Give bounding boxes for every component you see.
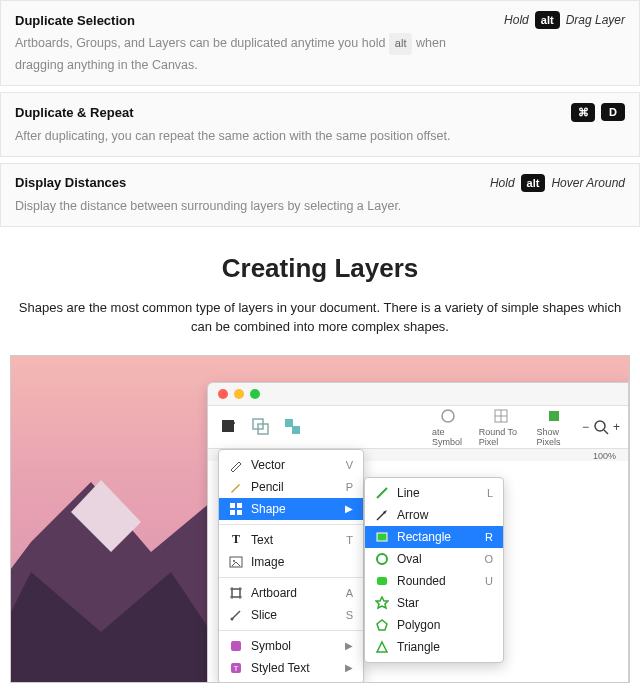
image-icon: [229, 555, 243, 569]
group-tool-button[interactable]: [248, 416, 274, 438]
section-desc: Shapes are the most common type of layer…: [0, 298, 640, 355]
menu-shortcut: R: [485, 531, 493, 543]
submenu-item-polygon[interactable]: Polygon: [365, 614, 503, 636]
chevron-right-icon: ▶: [345, 503, 353, 514]
menu-shortcut: V: [346, 459, 353, 471]
rectangle-icon: [375, 530, 389, 544]
triangle-icon: [375, 640, 389, 654]
shape-submenu: Line L Arrow Rectangle R Oval O Rounded …: [364, 477, 504, 663]
menu-label: Star: [397, 596, 493, 610]
pixel-icon: [545, 407, 563, 425]
minimize-traffic-light-icon[interactable]: [234, 389, 244, 399]
line-icon: [375, 486, 389, 500]
menu-label: Oval: [397, 552, 476, 566]
magnifier-icon: [593, 419, 609, 435]
submenu-item-rectangle[interactable]: Rectangle R: [365, 526, 503, 548]
shortcut-post: Drag Layer: [566, 13, 625, 27]
menu-label: Pencil: [251, 480, 338, 494]
styled-text-icon: T: [229, 661, 243, 675]
group-icon: [252, 418, 270, 436]
svg-point-34: [377, 554, 387, 564]
menu-shortcut: T: [346, 534, 353, 546]
menu-separator: [219, 630, 363, 631]
menu-label: Line: [397, 486, 479, 500]
menu-label: Styled Text: [251, 661, 337, 675]
menu-label: Slice: [251, 608, 338, 622]
alt-key-inline: alt: [389, 33, 413, 55]
svg-rect-18: [237, 510, 242, 515]
svg-point-8: [442, 410, 454, 422]
svg-rect-16: [237, 503, 242, 508]
tip-desc: Artboards, Groups, and Layers can be dup…: [15, 33, 475, 75]
svg-rect-15: [230, 503, 235, 508]
svg-rect-17: [230, 510, 235, 515]
tip-duplicate-selection: Duplicate Selection Hold alt Drag Layer …: [0, 0, 640, 86]
close-traffic-light-icon[interactable]: [218, 389, 228, 399]
show-pixels-button[interactable]: Show Pixels: [532, 405, 576, 449]
svg-rect-6: [285, 419, 293, 427]
svg-line-30: [377, 488, 387, 498]
zoom-control[interactable]: − +: [582, 419, 620, 435]
submenu-item-oval[interactable]: Oval O: [365, 548, 503, 570]
zoom-in-icon[interactable]: +: [613, 420, 620, 434]
shortcut-post: Hover Around: [551, 176, 625, 190]
star-icon: [375, 596, 389, 610]
menu-shortcut: A: [346, 587, 353, 599]
menu-item-artboard[interactable]: Artboard A: [219, 582, 363, 604]
square-add-icon: [220, 418, 238, 436]
chevron-right-icon: ▶: [345, 662, 353, 673]
menu-item-text[interactable]: T Text T: [219, 529, 363, 551]
svg-line-14: [604, 430, 608, 434]
submenu-item-line[interactable]: Line L: [365, 482, 503, 504]
arrow-icon: [375, 508, 389, 522]
menu-label: Symbol: [251, 639, 337, 653]
ungroup-icon: [284, 418, 302, 436]
desc-pre: Artboards, Groups, and Layers can be dup…: [15, 36, 389, 50]
shortcut-pre: Hold: [504, 13, 529, 27]
artboard-icon: [229, 586, 243, 600]
rounded-rect-icon: [375, 574, 389, 588]
oval-icon: [375, 552, 389, 566]
insert-tool-button[interactable]: [216, 416, 242, 438]
menu-item-pencil[interactable]: Pencil P: [219, 476, 363, 498]
tip-title: Duplicate & Repeat: [15, 105, 133, 120]
tip-display-distances: Display Distances Hold alt Hover Around …: [0, 163, 640, 227]
tip-duplicate-repeat: Duplicate & Repeat ⌘ D After duplicating…: [0, 92, 640, 157]
menu-label: Triangle: [397, 640, 493, 654]
menu-shortcut: U: [485, 575, 493, 587]
ungroup-tool-button[interactable]: [280, 416, 306, 438]
shortcut: ⌘ D: [571, 103, 625, 122]
round-to-pixel-button[interactable]: Round To Pixel: [475, 405, 527, 449]
submenu-item-triangle[interactable]: Triangle: [365, 636, 503, 658]
menu-label: Polygon: [397, 618, 493, 632]
window-titlebar: [208, 383, 628, 405]
svg-point-26: [231, 617, 234, 620]
menu-item-symbol[interactable]: Symbol ▶: [219, 635, 363, 657]
submenu-item-rounded[interactable]: Rounded U: [365, 570, 503, 592]
menu-item-styled-text[interactable]: T Styled Text ▶: [219, 657, 363, 679]
screenshot-illustration: ate Symbol Round To Pixel Show Pixels − …: [10, 355, 630, 683]
menu-label: Image: [251, 555, 353, 569]
toolbar-label: Show Pixels: [536, 427, 572, 447]
tip-title: Duplicate Selection: [15, 13, 135, 28]
menu-item-vector[interactable]: Vector V: [219, 454, 363, 476]
create-symbol-button[interactable]: ate Symbol: [428, 405, 469, 449]
menu-item-shape[interactable]: Shape ▶: [219, 498, 363, 520]
menu-label: Rectangle: [397, 530, 477, 544]
svg-marker-37: [377, 620, 387, 630]
zoom-traffic-light-icon[interactable]: [250, 389, 260, 399]
svg-line-31: [377, 512, 385, 520]
submenu-item-arrow[interactable]: Arrow: [365, 504, 503, 526]
svg-marker-38: [377, 642, 387, 652]
pen-icon: [229, 458, 243, 472]
polygon-icon: [375, 618, 389, 632]
shortcut-pre: Hold: [490, 176, 515, 190]
zoom-out-icon[interactable]: −: [582, 420, 589, 434]
shape-grid-icon: [229, 502, 243, 516]
svg-rect-21: [232, 589, 240, 597]
menu-item-slice[interactable]: Slice S: [219, 604, 363, 626]
svg-text:T: T: [234, 664, 239, 673]
submenu-item-star[interactable]: Star: [365, 592, 503, 614]
tip-desc: After duplicating, you can repeat the sa…: [15, 126, 475, 146]
menu-item-image[interactable]: Image: [219, 551, 363, 573]
